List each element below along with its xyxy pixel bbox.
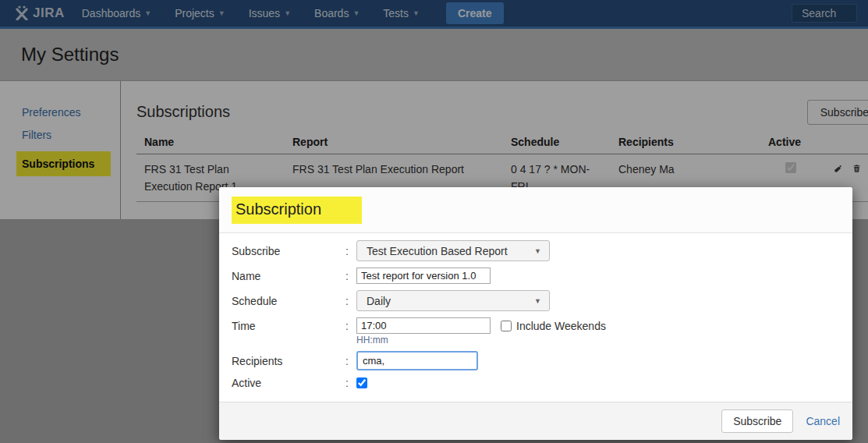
include-weekends-label: Include Weekends xyxy=(516,320,606,332)
dialog-cancel-link[interactable]: Cancel xyxy=(806,415,840,427)
chevron-down-icon: ▼ xyxy=(534,247,541,255)
field-row-schedule: Schedule : Daily ▼ xyxy=(232,290,840,311)
active-checkbox[interactable] xyxy=(356,377,367,388)
active-field-label: Active xyxy=(232,377,345,389)
dialog-footer: Subscribe Cancel xyxy=(219,402,852,440)
time-input[interactable] xyxy=(356,317,491,334)
dialog-body: Subscribe : Test Execution Based Report … xyxy=(219,233,852,402)
time-format-hint: HH:mm xyxy=(356,335,840,346)
field-row-time: Time : Include Weekends xyxy=(232,317,840,334)
include-weekends-option[interactable]: Include Weekends xyxy=(501,320,606,332)
time-field-label: Time xyxy=(232,320,345,332)
app-root: JIRA Dashboards ▼ Projects ▼ Issues ▼ Bo… xyxy=(0,0,868,443)
recipients-input[interactable] xyxy=(356,351,478,370)
dialog-subscribe-button[interactable]: Subscribe xyxy=(721,409,793,433)
recipients-field-label: Recipients xyxy=(232,355,345,367)
label-colon: : xyxy=(345,295,356,307)
label-colon: : xyxy=(345,245,356,257)
dialog-header: Subscription xyxy=(219,187,852,233)
subscribe-field-label: Subscribe xyxy=(232,245,345,257)
name-field-label: Name xyxy=(232,270,345,282)
label-colon: : xyxy=(345,355,356,367)
field-row-active: Active : xyxy=(232,377,840,389)
label-colon: : xyxy=(345,320,356,332)
name-input[interactable] xyxy=(356,268,491,284)
report-type-select[interactable]: Test Execution Based Report ▼ xyxy=(356,240,550,261)
label-colon: : xyxy=(345,377,356,389)
field-row-recipients: Recipients : xyxy=(232,351,840,370)
subscription-dialog: Subscription Subscribe : Test Execution … xyxy=(219,187,852,440)
chevron-down-icon: ▼ xyxy=(534,297,541,305)
schedule-selected-value: Daily xyxy=(367,295,391,307)
report-type-selected-value: Test Execution Based Report xyxy=(367,245,508,257)
label-colon: : xyxy=(345,270,356,282)
include-weekends-checkbox[interactable] xyxy=(501,321,512,331)
schedule-field-label: Schedule xyxy=(232,295,345,307)
field-row-name: Name : xyxy=(232,268,840,284)
schedule-select[interactable]: Daily ▼ xyxy=(356,290,550,311)
dialog-title: Subscription xyxy=(232,197,362,224)
field-row-subscribe: Subscribe : Test Execution Based Report … xyxy=(232,240,840,261)
